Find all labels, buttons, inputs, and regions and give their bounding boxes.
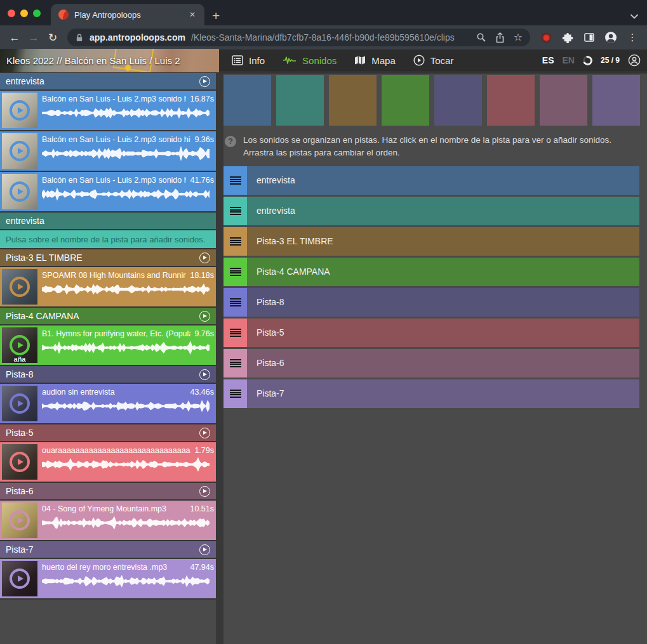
clip-play-icon[interactable] xyxy=(10,181,30,202)
track-play-button[interactable] xyxy=(199,369,210,380)
track-play-button[interactable] xyxy=(199,486,210,497)
clip-play-icon[interactable] xyxy=(10,335,30,355)
project-map-banner[interactable]: Kleos 2022 // Balcón en San Luis / Luis … xyxy=(0,49,219,72)
address-bar[interactable]: app.antropoloops.com/Kleos-Santa-Marina/… xyxy=(67,29,530,46)
clip-duration: 9.36s xyxy=(194,135,214,144)
track-row[interactable]: entrevista xyxy=(223,197,639,225)
clip-thumbnail[interactable] xyxy=(2,386,37,421)
track-header-label: entrevista xyxy=(6,76,44,86)
clip-item[interactable]: Balcón en San Luis - Luis 2.mp3 sonido h… xyxy=(0,131,216,171)
drag-handle[interactable] xyxy=(223,319,247,347)
track-color-swatch xyxy=(487,75,535,126)
track-color-swatch xyxy=(329,75,377,126)
track-header-pista-6[interactable]: Pista-6 xyxy=(0,483,216,499)
track-header-pista-8[interactable]: Pista-8 xyxy=(0,366,216,383)
track-play-button[interactable] xyxy=(199,428,210,438)
macos-minimize-button[interactable] xyxy=(20,10,28,17)
lang-en-button[interactable]: EN xyxy=(563,55,575,65)
clip-item[interactable]: aña B1. Hymns for purifying water, Etc. … xyxy=(0,325,216,365)
track-row[interactable]: Pista-4 CAMPANA xyxy=(223,258,639,286)
zoom-page-icon[interactable] xyxy=(476,32,486,43)
nav-tocar[interactable]: Tocar xyxy=(413,55,454,66)
clip-play-icon[interactable] xyxy=(10,568,30,589)
clip-item[interactable]: SPOAMR 08 High Mountains and Running ...… xyxy=(0,267,216,306)
track-header-pista-4[interactable]: Pista-4 CAMPANA xyxy=(0,308,216,324)
track-play-button[interactable] xyxy=(199,253,210,263)
extensions-puzzle-icon[interactable] xyxy=(559,32,576,43)
clip-thumbnail[interactable] xyxy=(2,174,37,209)
clip-play-icon[interactable] xyxy=(10,452,30,472)
bookmark-star-icon[interactable]: ☆ xyxy=(514,32,523,43)
clip-item[interactable]: Balcón en San Luis - Luis 2.mp3 sonido h… xyxy=(0,91,216,130)
drag-handle[interactable] xyxy=(223,379,247,408)
browser-tab[interactable]: Play Antropoloops ✕ xyxy=(51,4,204,25)
track-header-label: Pista-8 xyxy=(6,369,34,379)
drag-handle[interactable] xyxy=(223,227,247,256)
track-header-entrevista-1[interactable]: entrevista xyxy=(0,73,216,89)
track-header-pista-5[interactable]: Pista-5 xyxy=(0,424,216,441)
record-extension-icon[interactable] xyxy=(538,34,554,42)
clip-waveform xyxy=(42,515,210,531)
browser-menu-icon[interactable]: ⋮ xyxy=(624,32,641,43)
forward-button[interactable]: → xyxy=(24,32,43,43)
play-circle-icon xyxy=(413,55,425,66)
clip-thumbnail[interactable] xyxy=(2,503,37,538)
track-row[interactable]: Pista-3 EL TIMBRE xyxy=(223,227,639,256)
macos-close-button[interactable] xyxy=(8,10,15,17)
track-play-button[interactable] xyxy=(199,311,210,322)
macos-zoom-button[interactable] xyxy=(33,10,41,17)
back-button[interactable]: ← xyxy=(5,32,24,43)
nav-mapa[interactable]: Mapa xyxy=(354,55,396,66)
clip-play-icon[interactable] xyxy=(10,141,30,161)
clip-play-icon[interactable] xyxy=(10,100,30,121)
clip-item[interactable]: 04 - Song of Yimeng Mountain.mp310.51s xyxy=(0,501,216,540)
track-header-pista-3[interactable]: Pista-3 EL TIMBRE xyxy=(0,249,216,266)
clip-play-icon[interactable] xyxy=(10,277,30,297)
clip-duration: 41.76s xyxy=(190,176,214,185)
clip-title: audion sin entrevista xyxy=(42,388,186,397)
profile-avatar-icon[interactable] xyxy=(603,31,619,44)
nav-info[interactable]: Info xyxy=(232,55,265,66)
waveform-icon xyxy=(283,55,297,65)
drag-handle[interactable] xyxy=(223,166,247,195)
drag-handle-icon xyxy=(230,176,241,185)
tab-close-icon[interactable]: ✕ xyxy=(187,9,198,20)
tab-search-chevron-icon[interactable] xyxy=(630,14,638,19)
clip-title: Balcón en San Luis - Luis 2.mp3 sonido h… xyxy=(42,135,190,144)
lock-icon[interactable] xyxy=(75,33,84,43)
clip-play-icon[interactable] xyxy=(10,510,30,530)
new-tab-button[interactable]: + xyxy=(212,9,220,22)
clip-thumbnail[interactable] xyxy=(2,93,37,128)
lang-es-button[interactable]: ES xyxy=(542,55,554,65)
clip-title: Balcón en San Luis - Luis 2.mp3 sonido h… xyxy=(42,95,186,103)
clip-item[interactable]: Balcón en San Luis - Luis 2.mp3 sonido h… xyxy=(0,172,216,211)
clip-thumbnail[interactable]: aña xyxy=(2,327,37,363)
drag-handle[interactable] xyxy=(223,288,247,317)
drag-handle[interactable] xyxy=(223,349,247,378)
track-play-button[interactable] xyxy=(199,76,210,87)
clip-thumbnail[interactable] xyxy=(2,561,37,596)
track-row[interactable]: entrevista xyxy=(223,166,639,195)
track-row[interactable]: Pista-8 xyxy=(223,288,639,317)
clip-item[interactable]: ouaraaaaaaaaaaaaaaaaaaaaaaaaaaaaaaaaaa..… xyxy=(0,442,216,482)
clip-item[interactable]: huerto del rey moro entrevista .mp347.94… xyxy=(0,559,216,598)
track-header-entrevista-2[interactable]: entrevista xyxy=(0,213,216,229)
track-play-button[interactable] xyxy=(199,544,210,555)
drag-handle[interactable] xyxy=(223,197,247,225)
track-row[interactable]: Pista-6 xyxy=(223,349,639,378)
clip-thumbnail[interactable] xyxy=(2,444,37,480)
reload-button[interactable]: ↻ xyxy=(43,32,62,43)
clip-thumbnail[interactable] xyxy=(2,269,37,305)
nav-sonidos-label: Sonidos xyxy=(302,55,337,66)
share-icon[interactable] xyxy=(495,32,505,43)
nav-sonidos[interactable]: Sonidos xyxy=(283,55,337,66)
side-panel-icon[interactable] xyxy=(581,32,597,43)
track-row[interactable]: Pista-5 xyxy=(223,319,639,347)
track-row[interactable]: Pista-7 xyxy=(223,379,639,408)
clip-play-icon[interactable] xyxy=(10,393,30,414)
account-icon[interactable] xyxy=(628,54,641,67)
clip-thumbnail[interactable] xyxy=(2,133,37,169)
drag-handle[interactable] xyxy=(223,258,247,286)
track-header-pista-7[interactable]: Pista-7 xyxy=(0,541,216,558)
clip-item[interactable]: audion sin entrevista43.46s xyxy=(0,384,216,423)
